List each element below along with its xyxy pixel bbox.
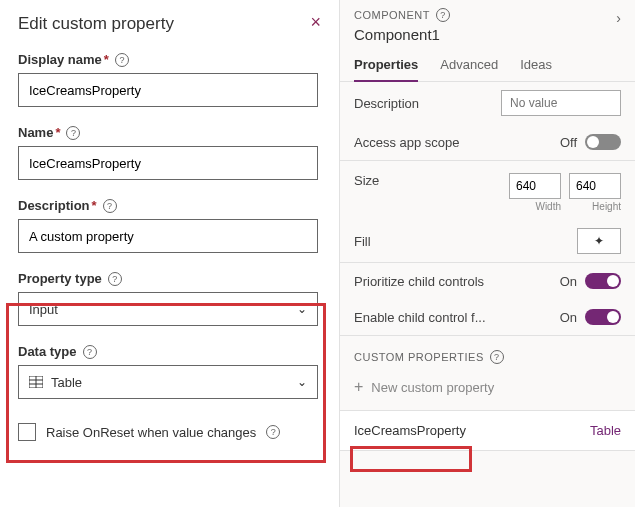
display-name-input[interactable] — [18, 73, 318, 107]
width-input[interactable] — [509, 173, 561, 199]
table-icon — [29, 376, 43, 388]
fill-label: Fill — [354, 234, 371, 249]
raise-onreset-row: Raise OnReset when value changes ? — [18, 423, 321, 441]
tab-ideas[interactable]: Ideas — [520, 57, 552, 81]
new-custom-property-button[interactable]: + New custom property — [340, 372, 635, 410]
height-input[interactable] — [569, 173, 621, 199]
panel-title: Edit custom property — [18, 14, 321, 34]
property-type-value: Input — [29, 302, 58, 317]
tab-advanced[interactable]: Advanced — [440, 57, 498, 81]
height-caption: Height — [592, 201, 621, 212]
help-icon[interactable]: ? — [266, 425, 280, 439]
custom-property-name: IceCreamsProperty — [354, 423, 466, 438]
tab-properties[interactable]: Properties — [354, 57, 418, 82]
prioritize-state: On — [560, 274, 577, 289]
description-prop-input[interactable] — [501, 90, 621, 116]
custom-properties-header: CUSTOM PROPERTIES — [354, 351, 484, 363]
name-group: Name* ? — [18, 125, 321, 180]
name-input[interactable] — [18, 146, 318, 180]
chevron-down-icon: ⌄ — [297, 302, 307, 316]
property-type-label: Property type — [18, 271, 102, 286]
access-scope-label: Access app scope — [354, 135, 460, 150]
display-name-group: Display name* ? — [18, 52, 321, 107]
description-input[interactable] — [18, 219, 318, 253]
enable-child-label: Enable child control f... — [354, 310, 486, 325]
close-icon[interactable]: × — [310, 12, 321, 33]
access-scope-toggle[interactable] — [585, 134, 621, 150]
property-type-select[interactable]: Input ⌄ — [18, 292, 318, 326]
size-label: Size — [354, 173, 379, 188]
display-name-label: Display name* — [18, 52, 109, 67]
help-icon[interactable]: ? — [490, 350, 504, 364]
access-scope-state: Off — [560, 135, 577, 150]
plus-icon: + — [354, 378, 363, 396]
help-icon[interactable]: ? — [103, 199, 117, 213]
component-section-label: COMPONENT — [354, 9, 430, 21]
width-caption: Width — [535, 201, 561, 212]
component-name: Component1 — [354, 26, 621, 43]
edit-property-panel: Edit custom property × Display name* ? N… — [0, 0, 340, 507]
help-icon[interactable]: ? — [115, 53, 129, 67]
enable-child-state: On — [560, 310, 577, 325]
prioritize-toggle[interactable] — [585, 273, 621, 289]
help-icon[interactable]: ? — [108, 272, 122, 286]
help-icon[interactable]: ? — [83, 345, 97, 359]
help-icon[interactable]: ? — [436, 8, 450, 22]
data-type-group: Data type ? Table ⌄ — [18, 344, 321, 399]
property-type-group: Property type ? Input ⌄ — [18, 271, 321, 326]
chevron-right-icon[interactable]: › — [616, 10, 621, 26]
component-panel: COMPONENT ? › Component1 Properties Adva… — [340, 0, 635, 507]
raise-onreset-label: Raise OnReset when value changes — [46, 425, 256, 440]
custom-property-type[interactable]: Table — [590, 423, 621, 438]
data-type-select[interactable]: Table ⌄ — [18, 365, 318, 399]
data-type-label: Data type — [18, 344, 77, 359]
raise-onreset-checkbox[interactable] — [18, 423, 36, 441]
custom-property-item[interactable]: IceCreamsProperty Table — [340, 410, 635, 451]
paint-bucket-icon: ✦ — [594, 234, 604, 248]
chevron-down-icon: ⌄ — [297, 375, 307, 389]
tabs: Properties Advanced Ideas — [340, 47, 635, 82]
description-group: Description* ? — [18, 198, 321, 253]
data-type-value: Table — [51, 375, 82, 390]
description-label: Description* — [18, 198, 97, 213]
new-custom-property-label: New custom property — [371, 380, 494, 395]
enable-child-toggle[interactable] — [585, 309, 621, 325]
description-prop-label: Description — [354, 96, 419, 111]
name-label: Name* — [18, 125, 60, 140]
fill-color-picker[interactable]: ✦ — [577, 228, 621, 254]
help-icon[interactable]: ? — [66, 126, 80, 140]
prioritize-label: Prioritize child controls — [354, 274, 484, 289]
